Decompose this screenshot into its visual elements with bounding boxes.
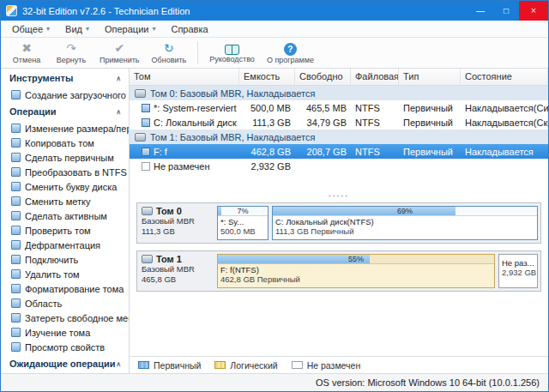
sidebar-item-copy-volume[interactable]: Копировать том <box>1 136 129 150</box>
partition-icon <box>142 118 150 127</box>
sidebar-item-label: Копировать том <box>25 138 94 148</box>
sidebar-item-set-active[interactable]: Сделать активным <box>1 208 129 223</box>
volume-group-row[interactable]: Том 1: Базовый MBR, Накладывается <box>130 130 548 144</box>
guide-button[interactable]: Руководство <box>203 39 261 67</box>
close-button[interactable]: × <box>519 1 548 21</box>
sidebar-item-label: Изменение размера/пере... <box>25 124 129 134</box>
sidebar-item-area[interactable]: Область <box>1 296 129 311</box>
apply-check-icon: ✔ <box>114 41 124 56</box>
partition-icon <box>142 148 150 156</box>
toolbar-separator <box>197 41 198 64</box>
sidebar-item-label: Создание загрузочного но... <box>25 90 129 100</box>
title-bar: 32-bit Edition v7.2.6 - Technician Editi… <box>1 1 548 21</box>
legend-item-logical: Логический <box>214 360 277 371</box>
table-row-f-drive-selected[interactable]: F: f 462,8 GB 208,7 GB NTFS Первичный На… <box>130 144 548 159</box>
sidebar-item-view-properties[interactable]: Просмотр свойств <box>1 340 129 354</box>
volume-name: Не размечен <box>154 161 210 172</box>
section-title: Инструменты <box>9 73 73 83</box>
convert-ntfs-icon <box>11 167 21 177</box>
wipe-free-space-icon <box>11 313 21 323</box>
menu-view[interactable]: Вид <box>57 22 97 36</box>
chevron-down-icon <box>152 25 155 33</box>
content-area: Инструменты Создание загрузочного но... … <box>1 69 548 373</box>
sidebar-item-convert-ntfs[interactable]: Преобразовать в NTFS <box>1 165 129 179</box>
format-icon <box>11 284 21 293</box>
status-bar: OS version: Microsoft Windows 10 64-bit … <box>1 373 548 391</box>
segment-unallocated[interactable]: Не раз... 2,932 GB <box>498 254 538 288</box>
free-value: 465,5 MB <box>295 103 351 113</box>
segment-name: *: Sy... <box>218 216 268 226</box>
column-header-volume[interactable]: Том <box>130 69 239 85</box>
sidebar-item-change-drive-letter[interactable]: Сменить букву диска <box>1 179 129 194</box>
sidebar-item-explore-volume[interactable]: Изучение тома <box>1 325 129 340</box>
sidebar-item-make-primary[interactable]: Сделать первичным <box>1 150 129 165</box>
primary-swatch-icon <box>138 361 149 369</box>
sidebar-item-label: Дефрагментация <box>25 240 100 250</box>
resize-icon <box>11 124 21 133</box>
sidebar-item-create-bootable[interactable]: Создание загрузочного но... <box>1 87 129 102</box>
sidebar-item-label: Сделать первичным <box>25 153 114 163</box>
column-header-type[interactable]: Тип <box>399 69 461 85</box>
legend-label: Не размечен <box>307 360 361 371</box>
disk-info: Том 0 Базовый MBR 111,3 GB <box>140 206 214 240</box>
sidebar-section-pending-operations[interactable]: Ожидающие операции <box>1 354 129 373</box>
sidebar-item-defragment[interactable]: Дефрагментация <box>1 238 129 252</box>
about-button[interactable]: ? О программе <box>261 39 320 67</box>
sidebar-item-label: Форматирование тома <box>25 284 124 294</box>
column-header-filesystem[interactable]: Файловая... <box>351 69 399 85</box>
undo-button[interactable]: ✖ Отмена <box>4 39 49 67</box>
table-row-unallocated[interactable]: Не размечен 2,932 GB <box>130 159 548 173</box>
main-panel: Том Емкость Свободно Файловая... Тип Сос… <box>130 69 548 373</box>
sidebar-item-label: Просмотр свойств <box>25 342 105 353</box>
column-header-free[interactable]: Свободно <box>295 69 351 85</box>
sidebar-item-label: Удалить том <box>25 269 80 280</box>
volume-name: F: f <box>154 147 167 157</box>
splitter-handle[interactable]: ..... <box>130 190 548 201</box>
menu-label: Вид <box>65 24 82 34</box>
table-row-system-reserviert[interactable]: *: System-reserviert 500,0 MB 465,5 MB N… <box>130 100 548 115</box>
refresh-icon: ↻ <box>164 41 174 56</box>
filesystem-value: NTFS <box>351 103 399 113</box>
menu-help[interactable]: Справка <box>163 22 215 36</box>
menu-general[interactable]: Общее <box>4 22 57 36</box>
sidebar-item-format-volume[interactable]: Форматирование тома <box>1 281 129 296</box>
collapse-chevron-icon <box>116 75 121 82</box>
segment-f-drive-selected[interactable]: 55% F: f(NTFS) 462,8 GB Первичный <box>217 254 495 288</box>
sidebar-item-resize[interactable]: Изменение размера/пере... <box>1 121 129 136</box>
drive-letter-icon <box>11 182 21 191</box>
usage-strip: 7% <box>218 207 268 216</box>
sidebar-item-delete-volume[interactable]: Удалить том <box>1 267 129 281</box>
usage-strip: 55% <box>218 255 494 264</box>
button-label: Вернуть <box>57 56 86 64</box>
redo-button[interactable]: ↷ Вернуть <box>49 39 94 67</box>
minimize-button[interactable]: — <box>468 1 493 21</box>
volume-group-row[interactable]: Том 0: Базовый MBR, Накладывается <box>130 86 548 100</box>
usage-percent: 7% <box>218 207 268 215</box>
sidebar-section-operations[interactable]: Операции <box>1 102 129 121</box>
column-header-capacity[interactable]: Емкость <box>239 69 295 85</box>
table-row-c-drive[interactable]: C: Локальный диск 111,3 GB 34,79 GB NTFS… <box>130 115 548 130</box>
sidebar-item-label: Преобразовать в NTFS <box>25 167 127 178</box>
menu-operations[interactable]: Операции <box>97 22 163 36</box>
undo-x-icon: ✖ <box>21 41 32 56</box>
volume-label-icon <box>11 196 21 206</box>
logical-swatch-icon <box>214 361 226 369</box>
refresh-button[interactable]: ↻ Обновить <box>146 39 193 67</box>
sidebar-item-check-volume[interactable]: Проверить том <box>1 223 129 238</box>
attach-icon <box>11 255 21 264</box>
unallocated-swatch-icon <box>292 361 303 369</box>
sidebar-item-attach[interactable]: Подключить <box>1 252 129 267</box>
segment-c-drive[interactable]: 69% C: Локальный диск(NTFS) 111,3 GB Пер… <box>272 206 538 240</box>
button-label: Руководство <box>209 55 255 63</box>
menu-bar: Общее Вид Операции Справка <box>1 21 548 38</box>
sidebar-item-change-label[interactable]: Сменить метку <box>1 194 129 208</box>
sidebar-item-label: Проверить том <box>25 226 91 236</box>
segment-system-reserviert[interactable]: 7% *: Sy... 500,0 MB <box>217 206 268 240</box>
sidebar-item-wipe-free-space[interactable]: Затереть свободное место <box>1 311 129 325</box>
sidebar-section-tools[interactable]: Инструменты <box>1 69 129 87</box>
column-header-status[interactable]: Состояние <box>461 69 548 85</box>
maximize-button[interactable]: □ <box>493 1 519 21</box>
toolbar: ✖ Отмена ↷ Вернуть ✔ Применить ↻ Обновит… <box>1 38 548 69</box>
apply-button[interactable]: ✔ Применить <box>94 39 146 67</box>
legend-item-unallocated: Не размечен <box>292 360 361 371</box>
